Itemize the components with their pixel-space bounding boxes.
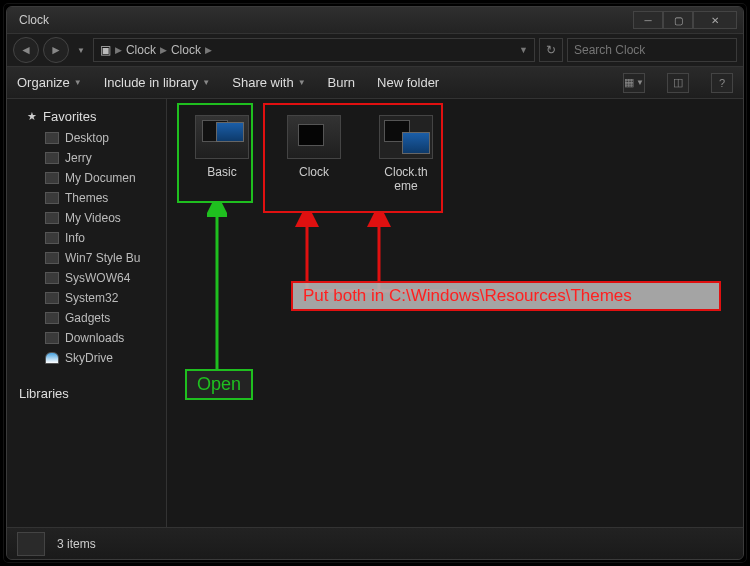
favorites-header[interactable]: ★ Favorites bbox=[7, 105, 166, 128]
view-mode-button[interactable]: ▦▼ bbox=[623, 73, 645, 93]
history-dropdown-icon[interactable]: ▼ bbox=[73, 46, 89, 55]
chevron-right-icon: ▶ bbox=[115, 45, 122, 55]
forward-button[interactable]: ► bbox=[43, 37, 69, 63]
address-bar-row: ◄ ► ▼ ▣ ▶ Clock ▶ Clock ▶ ▼ ↻ bbox=[7, 33, 743, 67]
sidebar-item-jerry[interactable]: Jerry bbox=[7, 148, 166, 168]
explorer-window: Clock ─ ▢ ✕ ◄ ► ▼ ▣ ▶ Clock ▶ Clock ▶ ▼ … bbox=[6, 6, 744, 560]
breadcrumb[interactable]: ▣ ▶ Clock ▶ Clock ▶ ▼ bbox=[93, 38, 535, 62]
annotation-arrow-green bbox=[207, 203, 227, 373]
folder-icon bbox=[45, 332, 59, 344]
folder-icon bbox=[45, 272, 59, 284]
close-button[interactable]: ✕ bbox=[693, 11, 737, 29]
maximize-button[interactable]: ▢ bbox=[663, 11, 693, 29]
sidebar-item-win7[interactable]: Win7 Style Bu bbox=[7, 248, 166, 268]
share-with-menu[interactable]: Share with▼ bbox=[232, 75, 305, 90]
chevron-down-icon[interactable]: ▼ bbox=[519, 45, 528, 55]
search-input[interactable] bbox=[567, 38, 737, 62]
folder-icon bbox=[45, 172, 59, 184]
annotation-label-put: Put both in C:\Windows\Resources\Themes bbox=[291, 281, 721, 311]
breadcrumb-segment[interactable]: Clock bbox=[126, 43, 156, 57]
chevron-right-icon: ▶ bbox=[160, 45, 167, 55]
navigation-pane: ★ Favorites Desktop Jerry My Documen The… bbox=[7, 99, 167, 529]
sidebar-item-themes[interactable]: Themes bbox=[7, 188, 166, 208]
body: ★ Favorites Desktop Jerry My Documen The… bbox=[7, 99, 743, 529]
breadcrumb-segment[interactable]: Clock bbox=[171, 43, 201, 57]
annotation-box-red bbox=[263, 103, 443, 213]
breadcrumb-root-icon: ▣ bbox=[100, 43, 111, 57]
sidebar-item-system32[interactable]: System32 bbox=[7, 288, 166, 308]
sidebar-item-gadgets[interactable]: Gadgets bbox=[7, 308, 166, 328]
sidebar-item-syswow64[interactable]: SysWOW64 bbox=[7, 268, 166, 288]
folder-icon bbox=[45, 312, 59, 324]
toolbar: Organize▼ Include in library▼ Share with… bbox=[7, 67, 743, 99]
folder-icon bbox=[45, 152, 59, 164]
preview-pane-button[interactable]: ◫ bbox=[667, 73, 689, 93]
sidebar-item-info[interactable]: Info bbox=[7, 228, 166, 248]
sidebar-item-videos[interactable]: My Videos bbox=[7, 208, 166, 228]
include-in-library-menu[interactable]: Include in library▼ bbox=[104, 75, 211, 90]
folder-icon bbox=[45, 192, 59, 204]
skydrive-icon bbox=[45, 352, 59, 364]
window-title: Clock bbox=[19, 13, 633, 27]
new-folder-button[interactable]: New folder bbox=[377, 75, 439, 90]
organize-menu[interactable]: Organize▼ bbox=[17, 75, 82, 90]
folder-icon bbox=[17, 532, 45, 556]
sidebar-item-skydrive[interactable]: SkyDrive bbox=[7, 348, 166, 368]
status-count: 3 items bbox=[57, 537, 96, 551]
burn-button[interactable]: Burn bbox=[328, 75, 355, 90]
libraries-header[interactable]: Libraries bbox=[7, 382, 166, 405]
window-controls: ─ ▢ ✕ bbox=[633, 11, 737, 29]
annotation-box-green bbox=[177, 103, 253, 203]
minimize-button[interactable]: ─ bbox=[633, 11, 663, 29]
star-icon: ★ bbox=[27, 110, 37, 123]
status-bar: 3 items bbox=[7, 527, 743, 559]
sidebar-item-downloads[interactable]: Downloads bbox=[7, 328, 166, 348]
help-button[interactable]: ? bbox=[711, 73, 733, 93]
sidebar-item-desktop[interactable]: Desktop bbox=[7, 128, 166, 148]
folder-icon bbox=[45, 292, 59, 304]
folder-icon bbox=[45, 252, 59, 264]
annotation-label-open: Open bbox=[185, 369, 253, 400]
sidebar-item-documents[interactable]: My Documen bbox=[7, 168, 166, 188]
folder-icon bbox=[45, 132, 59, 144]
folder-icon bbox=[45, 232, 59, 244]
folder-icon bbox=[45, 212, 59, 224]
chevron-right-icon: ▶ bbox=[205, 45, 212, 55]
titlebar: Clock ─ ▢ ✕ bbox=[7, 7, 743, 33]
refresh-button[interactable]: ↻ bbox=[539, 38, 563, 62]
back-button[interactable]: ◄ bbox=[13, 37, 39, 63]
content-pane[interactable]: Basic Clock Clock.theme bbox=[167, 99, 743, 529]
